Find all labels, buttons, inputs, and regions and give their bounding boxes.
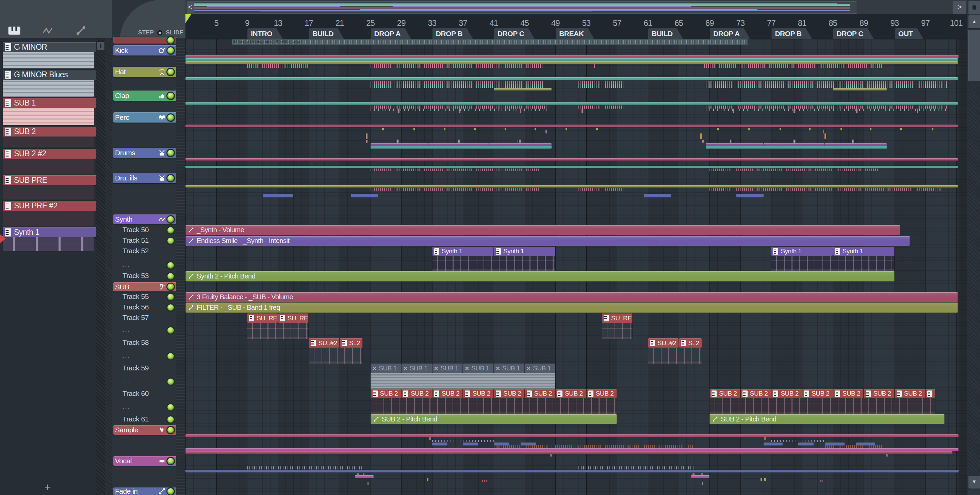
- picker-scrollbar-button[interactable]: [96, 41, 105, 50]
- note-band[interactable]: [704, 64, 883, 68]
- clip-strip[interactable]: [489, 143, 551, 146]
- timeline-marker-drop-a[interactable]: DROP A: [710, 28, 751, 39]
- note-tick[interactable]: [517, 140, 520, 143]
- note-tick[interactable]: [760, 478, 762, 481]
- clip-strip[interactable]: [263, 194, 294, 197]
- note-tick[interactable]: [702, 482, 703, 485]
- pattern-item[interactable]: SUB PRE #2: [3, 201, 99, 211]
- pattern-item[interactable]: SUB 2 #2: [3, 149, 99, 159]
- note-band[interactable]: [710, 169, 879, 171]
- track-label-track-57[interactable]: Track 57: [123, 314, 149, 322]
- automation-clip[interactable]: 3 Fruity Balance - _SUB - Volume: [185, 292, 958, 302]
- clip-strip[interactable]: [706, 146, 887, 149]
- pattern-item[interactable]: G MINOR: [3, 42, 99, 52]
- instrument-tracks-tab-icon[interactable]: [171, 3, 182, 12]
- pattern-clip[interactable]: SUB 2: [771, 389, 802, 398]
- muted-pattern-clip[interactable]: ×SUB 1: [525, 363, 556, 373]
- note-tick[interactable]: [459, 108, 460, 113]
- note-tick[interactable]: [594, 64, 595, 68]
- note-tick[interactable]: [546, 130, 547, 134]
- track-label[interactable]: ...: [123, 261, 130, 269]
- timeline-marker-drop-c[interactable]: DROP C: [494, 28, 536, 39]
- automation-link-icon[interactable]: [74, 25, 88, 36]
- note-tick[interactable]: [900, 128, 902, 131]
- mute-led[interactable]: [167, 150, 174, 156]
- timeline-marker-build[interactable]: BUILD: [648, 28, 684, 39]
- scroll-right-button[interactable]: >: [953, 1, 966, 14]
- track-label-track-61[interactable]: Track 61: [123, 415, 149, 423]
- track-label-track-60[interactable]: Track 60: [123, 390, 149, 398]
- muted-pattern-clip[interactable]: ×SUB 1: [463, 363, 494, 373]
- note-tick[interactable]: [363, 473, 364, 475]
- pattern-preview[interactable]: [3, 211, 94, 226]
- pattern-item[interactable]: G MINOR Blues: [3, 70, 99, 80]
- pattern-preview[interactable]: [3, 159, 94, 174]
- mute-led[interactable]: [167, 47, 174, 54]
- pattern-clip[interactable]: SUB 2: [586, 389, 617, 398]
- pattern-clip[interactable]: SUB 2: [525, 389, 556, 398]
- note-tick[interactable]: [366, 140, 368, 143]
- note-band[interactable]: [710, 188, 941, 191]
- timeline-marker-drop-b[interactable]: DROP B: [772, 28, 813, 39]
- note-band[interactable]: [371, 105, 548, 108]
- note-tick[interactable]: [780, 128, 781, 131]
- note-tick[interactable]: [582, 108, 583, 113]
- pattern-preview[interactable]: [3, 137, 94, 147]
- note-band[interactable]: [579, 84, 625, 88]
- clip-strip[interactable]: [833, 88, 887, 91]
- note-tick[interactable]: [733, 108, 734, 113]
- mute-led[interactable]: [167, 273, 174, 280]
- audio-clip[interactable]: Mercury / Metaphorik - Feel this way: [232, 39, 748, 45]
- pattern-clip-body[interactable]: [371, 373, 556, 389]
- automation-clip[interactable]: Synth 2 - Pitch Bend: [185, 271, 894, 282]
- note-tick[interactable]: [366, 134, 368, 139]
- note-tick[interactable]: [700, 134, 702, 139]
- mute-led[interactable]: [167, 488, 174, 495]
- clip-strip[interactable]: [428, 143, 489, 146]
- pattern-preview[interactable]: [3, 237, 94, 251]
- note-tick[interactable]: [692, 473, 695, 475]
- clip-strip[interactable]: [798, 442, 814, 446]
- pattern-clip[interactable]: SUB 2: [802, 389, 833, 398]
- automation-clip[interactable]: _Synth - Volume: [185, 225, 900, 235]
- note-band[interactable]: [706, 108, 947, 111]
- pattern-clip[interactable]: SUB 2: [740, 389, 772, 398]
- note-tick[interactable]: [730, 140, 733, 143]
- clip-strip[interactable]: [185, 102, 958, 105]
- pattern-clip[interactable]: SUB 2: [371, 389, 401, 398]
- playhead-marker[interactable]: [185, 14, 191, 23]
- scroll-up-button[interactable]: ▲: [968, 15, 980, 29]
- mute-led[interactable]: [167, 283, 174, 290]
- pattern-clip-body[interactable]: [432, 256, 555, 272]
- pattern-clip[interactable]: SU..RE: [601, 313, 633, 323]
- clip-strip[interactable]: [185, 448, 959, 451]
- mute-led[interactable]: [167, 92, 174, 99]
- note-tick[interactable]: [444, 128, 445, 131]
- clip-strip[interactable]: [185, 58, 958, 61]
- pattern-item[interactable]: SUB 1: [3, 98, 99, 108]
- vertical-scroll-track[interactable]: [968, 29, 980, 474]
- note-band[interactable]: [579, 105, 625, 108]
- pattern-clip[interactable]: SU..#2: [309, 338, 340, 348]
- note-tick[interactable]: [794, 108, 795, 113]
- note-band[interactable]: [579, 81, 625, 84]
- note-band[interactable]: [579, 466, 694, 470]
- note-tick[interactable]: [852, 140, 855, 143]
- clip-strip[interactable]: [185, 77, 958, 80]
- clip-strip[interactable]: [355, 475, 373, 478]
- pattern-clip[interactable]: SU..RE: [247, 313, 278, 323]
- pattern-clip[interactable]: SUB 2: [833, 389, 864, 398]
- clip-strip[interactable]: [737, 194, 763, 197]
- track-label-track-53[interactable]: Track 53: [123, 272, 149, 280]
- mute-led[interactable]: [167, 69, 174, 75]
- clip-strip[interactable]: [824, 143, 887, 146]
- note-tick[interactable]: [550, 454, 552, 457]
- note-tick[interactable]: [535, 128, 536, 131]
- note-tick[interactable]: [396, 140, 399, 143]
- automation-clip[interactable]: SUB 2 - Pitch Bend: [371, 414, 617, 424]
- pattern-clip[interactable]: Synth 1: [494, 247, 555, 256]
- clip-strip[interactable]: [185, 470, 959, 473]
- track-label-track-51[interactable]: Track 51: [123, 236, 149, 244]
- note-tick[interactable]: [701, 473, 703, 475]
- note-tick[interactable]: [457, 140, 460, 143]
